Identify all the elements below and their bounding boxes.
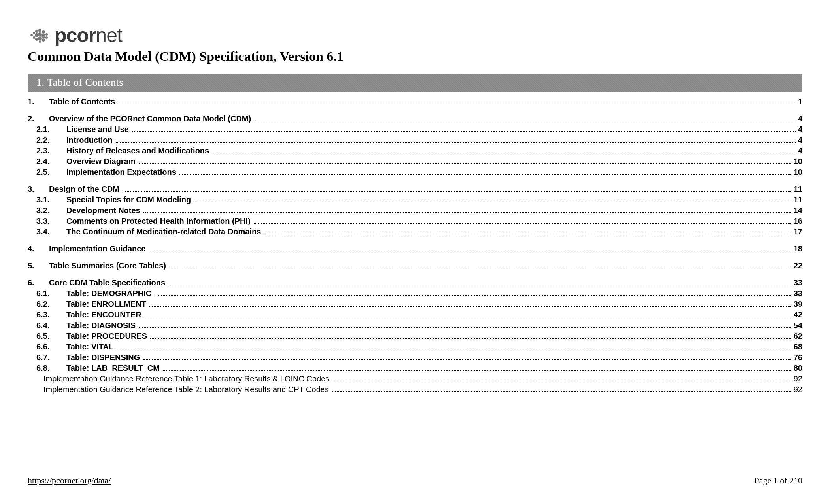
toc-entry-number: 6.6. (36, 343, 66, 351)
toc-leader-dots (168, 281, 791, 285)
footer-url: https://pcornet.org/data/ (28, 476, 111, 486)
toc-entry-number: 3.1. (36, 196, 66, 204)
toc-entry-label: Table: PROCEDURES (66, 332, 149, 340)
svg-point-5 (35, 38, 38, 41)
toc-entry[interactable]: 6.7.Table: DISPENSING76 (28, 352, 802, 363)
toc-entry-page: 17 (793, 228, 802, 236)
toc-entry-number: 6.2. (36, 300, 66, 308)
svg-point-9 (39, 40, 41, 43)
table-of-contents: 1.Table of Contents12.Overview of the PC… (28, 96, 802, 395)
toc-entry-page: 92 (793, 385, 802, 393)
svg-point-8 (38, 36, 42, 40)
toc-entry[interactable]: 6.6.Table: VITAL68 (28, 342, 802, 352)
toc-entry-label: Introduction (66, 136, 114, 144)
toc-entry[interactable]: 6.8.Table: LAB_RESULT_CM80 (28, 363, 802, 374)
toc-leader-dots (118, 100, 795, 104)
toc-entry[interactable]: 2.2.Introduction4 (28, 135, 802, 145)
toc-entry[interactable]: 2.3.History of Releases and Modification… (28, 145, 802, 156)
header-logo-row: pcornet (28, 24, 802, 47)
toc-entry[interactable]: 4.Implementation Guidance18 (28, 244, 802, 254)
toc-entry-number: 6.8. (36, 364, 66, 372)
toc-entry-label: Overview of the PCORnet Common Data Mode… (49, 115, 253, 123)
toc-entry-number: 2.4. (36, 157, 66, 165)
toc-leader-dots (117, 345, 791, 349)
toc-group: 1.Table of Contents1 (28, 96, 802, 107)
toc-group: 2.Overview of the PCORnet Common Data Mo… (28, 113, 802, 177)
svg-point-10 (42, 30, 45, 34)
toc-entry[interactable]: 3.Design of the CDM11 (28, 184, 802, 194)
toc-entry-page: 10 (793, 157, 802, 165)
toc-entry-number: 3.4. (36, 228, 66, 236)
toc-entry-page: 33 (793, 289, 802, 297)
toc-leader-dots (332, 388, 791, 392)
toc-entry-label: Development Notes (66, 206, 142, 214)
toc-entry-label: Implementation Expectations (66, 168, 178, 176)
toc-leader-dots (145, 313, 791, 317)
toc-leader-dots (212, 149, 796, 153)
toc-leader-dots (194, 198, 791, 202)
page-footer: https://pcornet.org/data/ Page 1 of 210 (28, 476, 802, 486)
toc-entry[interactable]: 3.1.Special Topics for CDM Modeling11 (28, 194, 802, 205)
toc-leader-dots (132, 128, 796, 132)
toc-entry[interactable]: 5.Table Summaries (Core Tables)22 (28, 260, 802, 271)
toc-entry-number: 3.2. (36, 206, 66, 214)
toc-group: 6.Core CDM Table Specifications336.1.Tab… (28, 277, 802, 395)
document-title: Common Data Model (CDM) Specification, V… (28, 49, 802, 64)
toc-entry[interactable]: 6.5.Table: PROCEDURES62 (28, 331, 802, 342)
toc-entry-page: 10 (793, 168, 802, 176)
toc-entry[interactable]: 6.3.Table: ENCOUNTER42 (28, 310, 802, 320)
toc-entry-label: The Continuum of Medication-related Data… (66, 228, 262, 236)
toc-entry[interactable]: 2.Overview of the PCORnet Common Data Mo… (28, 113, 802, 124)
toc-entry[interactable]: 6.4.Table: DIAGNOSIS54 (28, 320, 802, 331)
toc-leader-dots (163, 366, 791, 371)
svg-point-1 (33, 32, 35, 34)
toc-entry-label: Table Summaries (Core Tables) (49, 262, 168, 270)
toc-entry-page: 11 (793, 196, 802, 204)
toc-entry-number: 2.2. (36, 136, 66, 144)
toc-entry-label: Implementation Guidance Reference Table … (43, 375, 331, 383)
toc-entry-page: 4 (797, 147, 802, 155)
svg-point-0 (30, 34, 33, 36)
svg-point-11 (42, 34, 45, 38)
svg-point-13 (45, 33, 48, 36)
toc-entry-number: 6. (28, 279, 49, 287)
toc-leader-dots (264, 230, 791, 234)
toc-entry[interactable]: 1.Table of Contents1 (28, 96, 802, 107)
toc-leader-dots (149, 302, 791, 307)
toc-entry-label: Comments on Protected Health Information… (66, 217, 252, 225)
toc-entry-number: 6.1. (36, 289, 66, 297)
toc-entry-number: 3. (28, 185, 49, 193)
toc-entry-number: 6.4. (36, 321, 66, 329)
toc-leader-dots (332, 377, 791, 381)
toc-entry[interactable]: 3.4.The Continuum of Medication-related … (28, 227, 802, 237)
toc-entry[interactable]: 6.2.Table: ENROLLMENT39 (28, 299, 802, 310)
toc-leader-dots (143, 209, 791, 213)
toc-entry-page: 1 (797, 98, 802, 106)
toc-entry[interactable]: 3.2.Development Notes14 (28, 205, 802, 216)
toc-entry-page: 92 (793, 375, 802, 383)
toc-entry-number: 6.3. (36, 311, 66, 319)
toc-entry-label: Table: LAB_RESULT_CM (66, 364, 161, 372)
brand-wordmark: pcornet (55, 24, 122, 47)
toc-entry[interactable]: Implementation Guidance Reference Table … (28, 384, 802, 395)
toc-entry-page: 42 (793, 311, 802, 319)
toc-entry[interactable]: 2.4.Overview Diagram10 (28, 156, 802, 167)
toc-entry-number: 1. (28, 98, 49, 106)
toc-entry[interactable]: 2.1.License and Use4 (28, 124, 802, 135)
svg-point-6 (38, 29, 42, 32)
toc-group: 3.Design of the CDM113.1.Special Topics … (28, 184, 802, 237)
toc-entry-page: 80 (793, 364, 802, 372)
toc-entry[interactable]: 6.1.Table: DEMOGRAPHIC33 (28, 288, 802, 299)
toc-entry-label: Table of Contents (49, 98, 117, 106)
toc-entry[interactable]: 6.Core CDM Table Specifications33 (28, 277, 802, 288)
toc-entry-number: 2.5. (36, 168, 66, 176)
toc-entry[interactable]: 3.3.Comments on Protected Health Informa… (28, 216, 802, 227)
toc-section-banner: 1. Table of Contents (28, 74, 802, 92)
toc-entry-page: 16 (793, 217, 802, 225)
toc-entry-page: 62 (793, 332, 802, 340)
toc-entry[interactable]: Implementation Guidance Reference Table … (28, 374, 802, 384)
toc-leader-dots (254, 219, 791, 224)
toc-entry[interactable]: 2.5.Implementation Expectations10 (28, 167, 802, 177)
toc-leader-dots (169, 264, 791, 268)
toc-entry-page: 4 (797, 136, 802, 144)
